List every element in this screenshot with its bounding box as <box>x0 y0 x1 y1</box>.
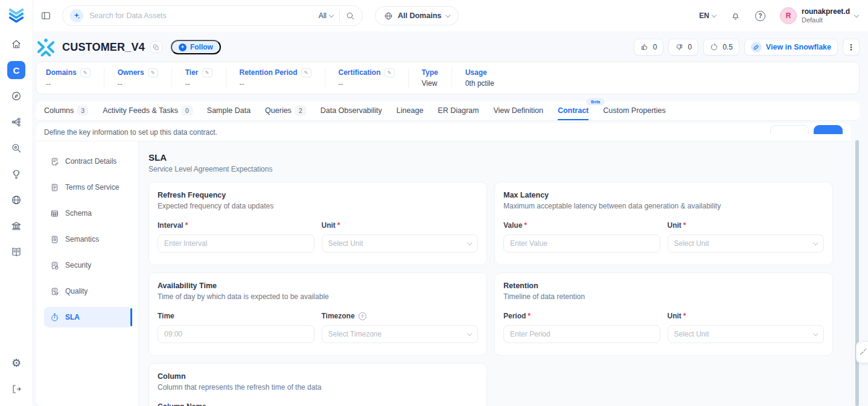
required-asterisk: * <box>524 221 527 230</box>
home-icon[interactable] <box>7 35 25 53</box>
cancel-button-clipped[interactable] <box>770 125 809 134</box>
section-title: SLA <box>148 152 833 163</box>
value-input[interactable] <box>503 234 660 253</box>
search-input[interactable]: Search for Data Assets <box>89 11 313 20</box>
follow-button[interactable]: + Follow <box>171 40 221 54</box>
more-options-icon[interactable]: ⋮ <box>843 39 860 56</box>
tab-activity-feeds-tasks[interactable]: Activity Feeds & Tasks0 <box>103 102 193 120</box>
beta-badge: Beta <box>587 98 604 105</box>
nav-security[interactable]: Security <box>44 255 132 276</box>
period-input[interactable] <box>503 325 660 343</box>
score-button[interactable]: 0.5 <box>703 39 739 56</box>
unit-field: Unit* Select Unit <box>322 221 479 253</box>
tab-er-diagram[interactable]: ER Diagram <box>438 102 479 120</box>
glossary-book-icon[interactable] <box>7 243 25 261</box>
entity-actions: 0 0 0.5 View in Snowflake <box>634 39 860 56</box>
tab-sample-data[interactable]: Sample Data <box>207 102 251 120</box>
required-asterisk: * <box>185 221 188 230</box>
edit-pencil-icon[interactable]: ✎ <box>301 68 311 77</box>
tab-data-observability[interactable]: Data Observability <box>321 102 382 120</box>
meta-retention-period: Retention Period✎ -- <box>240 68 325 88</box>
view-in-snowflake-button[interactable]: View in Snowflake <box>744 39 838 56</box>
user-team: Default <box>802 16 850 24</box>
notifications-bell-icon[interactable] <box>730 11 741 21</box>
nav-terms-of-service[interactable]: Terms of Service <box>44 177 132 198</box>
unit-select[interactable]: Select Unit <box>322 234 479 253</box>
nav-quality[interactable]: Quality <box>44 281 132 301</box>
contract-description: Define the key information to set up thi… <box>44 128 217 137</box>
contract-header: Define the key information to set up thi… <box>36 123 851 141</box>
tab-view-definition[interactable]: View Definition <box>493 102 543 120</box>
meta-owners: Owners✎ -- <box>118 68 172 88</box>
nav-sla[interactable]: SLA <box>44 307 132 327</box>
topbar: Search for Data Assets All All Domains E… <box>33 0 868 31</box>
global-search-bar[interactable]: Search for Data Assets All <box>62 5 363 26</box>
unit-select[interactable]: Select Unit <box>668 234 825 253</box>
snowflake-service-icon <box>36 37 56 57</box>
score-refresh-icon <box>710 43 718 51</box>
contract-actions-clipped <box>770 125 843 134</box>
help-icon[interactable]: ? <box>755 11 765 21</box>
time-input[interactable] <box>158 325 314 343</box>
edit-pencil-icon[interactable]: ✎ <box>202 68 212 77</box>
search-icon[interactable] <box>346 11 355 21</box>
chevron-down-icon <box>712 12 716 17</box>
avatar: R <box>780 7 797 24</box>
vertical-scrollbar[interactable] <box>855 140 859 406</box>
logout-icon[interactable] <box>7 380 25 398</box>
required-asterisk: * <box>683 221 686 230</box>
govern-bank-icon[interactable] <box>7 217 25 235</box>
copy-icon[interactable] <box>150 41 162 53</box>
retention-card: Retention Timeline of data retention Per… <box>494 272 833 356</box>
floating-widget[interactable] <box>856 341 868 363</box>
left-rail: C ⚙ <box>0 0 33 406</box>
save-button-clipped[interactable] <box>814 125 843 134</box>
period-field: Period* <box>503 312 660 343</box>
stopwatch-icon <box>50 313 59 322</box>
edit-pencil-icon[interactable]: ✎ <box>385 68 395 77</box>
settings-gear-icon[interactable]: ⚙ <box>7 354 25 372</box>
entity-tabs: Columns3 Activity Feeds & Tasks0 Sample … <box>36 102 860 121</box>
sla-cards-grid: Refresh Frequency Expected frequency of … <box>148 182 833 406</box>
downvote-button[interactable]: 0 <box>668 39 698 56</box>
nav-schema[interactable]: Schema <box>44 203 132 224</box>
unit-select[interactable]: Select Unit <box>668 325 825 343</box>
language-selector[interactable]: EN <box>699 11 716 20</box>
section-subtitle: Service Level Agreement Expectations <box>148 165 833 173</box>
interval-field: Interval* <box>158 221 314 253</box>
edit-pencil-icon[interactable]: ✎ <box>148 68 158 77</box>
domains-globe-icon[interactable] <box>7 191 25 209</box>
thumbs-down-icon <box>675 43 683 51</box>
meta-tier: Tier✎ -- <box>185 68 226 88</box>
sidebar-toggle-icon[interactable] <box>38 8 54 24</box>
document-list-icon <box>50 183 59 192</box>
timezone-select[interactable]: Select Timezone <box>322 325 479 343</box>
edit-pencil-icon[interactable]: ✎ <box>80 68 91 77</box>
required-asterisk: * <box>528 312 531 320</box>
observability-magnifier-icon[interactable] <box>7 139 25 157</box>
insights-lightbulb-icon[interactable] <box>7 165 25 183</box>
contract-body: Contract Details Terms of Service Schema <box>36 141 851 406</box>
upvote-button[interactable]: 0 <box>634 39 664 56</box>
chevron-down-icon <box>329 12 334 17</box>
tab-custom-properties[interactable]: Custom Properties <box>603 102 666 120</box>
document-lock-icon <box>50 261 59 270</box>
user-menu[interactable]: R rounakpreet.d Default <box>780 7 858 24</box>
tab-queries[interactable]: Queries2 <box>265 102 306 120</box>
contract-app-icon[interactable]: C <box>7 61 25 79</box>
tab-contract[interactable]: ContractBeta <box>558 102 589 120</box>
column-card: Column Column that represents the refres… <box>148 363 487 406</box>
nav-contract-details[interactable]: Contract Details <box>44 151 132 172</box>
nav-semantics[interactable]: Semantics <box>44 229 132 250</box>
explore-compass-icon[interactable] <box>7 87 25 105</box>
search-scope-dropdown[interactable]: All <box>319 11 333 20</box>
required-asterisk: * <box>683 312 686 320</box>
interval-input[interactable] <box>158 234 314 253</box>
count-badge: 0 <box>182 106 193 115</box>
tab-columns[interactable]: Columns3 <box>44 102 88 120</box>
column-name-field: Column Name Please enter Column name <box>158 402 478 406</box>
all-domains-selector[interactable]: All Domains <box>375 6 459 25</box>
chevron-down-icon <box>467 240 472 245</box>
tab-lineage[interactable]: Lineage <box>397 102 424 120</box>
lineage-network-icon[interactable] <box>7 113 25 131</box>
